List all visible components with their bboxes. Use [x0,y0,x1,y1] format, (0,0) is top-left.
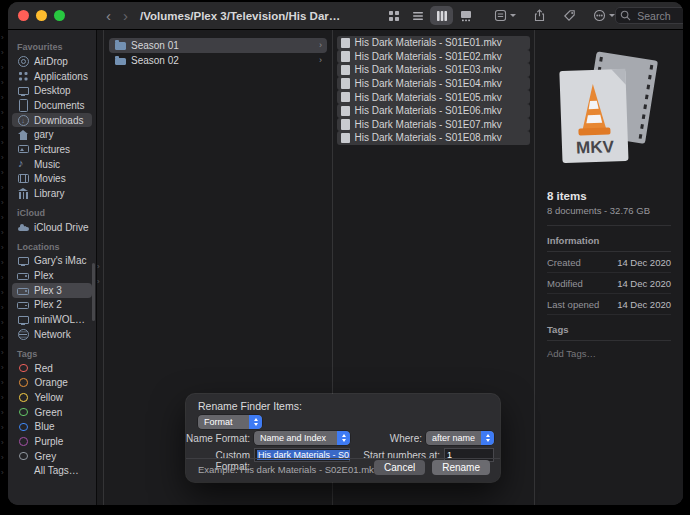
sidebar-item-tag-purple[interactable]: Purple [12,434,92,449]
view-switcher [382,6,477,25]
library-icon [17,188,29,200]
sidebar-item-downloads[interactable]: Downloads [12,113,92,128]
info-label: Last opened [547,299,599,310]
sidebar-item-network[interactable]: Network [12,327,92,342]
sidebar-item-icloud-drive[interactable]: iCloud Drive [12,220,92,235]
cancel-button[interactable]: Cancel [374,460,425,475]
group-button[interactable] [494,9,516,22]
sidebar-item-plex[interactable]: Plex [12,268,92,283]
sidebar-item-label: Desktop [34,85,71,96]
sidebar-item-label: iCloud Drive [34,222,88,233]
name-format-popup[interactable]: Name and Index [254,431,350,445]
sidebar-item-label: Library [34,188,65,199]
folder-row-season-01[interactable]: Season 01 › [109,38,327,53]
disk-icon [17,284,29,296]
sidebar-item-tag-yellow[interactable]: Yellow [12,390,92,405]
add-tags-field[interactable]: Add Tags… [547,348,671,359]
popup-chevrons-icon [481,431,494,445]
imac-icon [17,255,29,267]
sidebar-item-library[interactable]: Library [12,186,92,201]
sidebar-item-tag-green[interactable]: Green [12,405,92,420]
sidebar-item-label: Blue [35,421,55,432]
backdrop-chevrons [1,34,8,476]
sidebar-item-tag-grey[interactable]: Grey [12,449,92,464]
list-view-button[interactable] [406,6,429,25]
rename-button[interactable]: Rename [432,460,490,475]
sidebar-item-label: Plex 3 [34,285,62,296]
share-icon [533,9,546,22]
disk-icon [17,299,29,311]
sidebar-item-documents[interactable]: Documents [12,98,92,113]
sidebar-item-label: Purple [35,436,64,447]
minimize-button[interactable] [36,10,47,21]
format-popup[interactable]: Format [198,415,262,429]
folder-name: Season 02 [131,55,179,66]
sidebar-item-gary[interactable]: gary [12,127,92,142]
sidebar-item-label: Pictures [34,144,70,155]
network-icon [17,328,29,340]
info-label: Modified [547,278,583,289]
file-name: His Dark Materials - S01E04.mkv [355,78,502,89]
sidebar-item-plex-3[interactable]: Plex 3 [12,283,92,298]
file-row[interactable]: His Dark Materials - S01E07.mkv [337,118,530,132]
where-popup[interactable]: after name [426,431,494,445]
sidebar-item-applications[interactable]: Applications [12,69,92,84]
sidebar-item-pictures[interactable]: Pictures [12,142,92,157]
zoom-button[interactable] [54,10,65,21]
sidebar-item-miniwol[interactable]: miniWOL… [12,312,92,327]
sidebar: Favourites AirDrop Applications Desktop … [8,30,97,505]
sidebar-item-airdrop[interactable]: AirDrop [12,54,92,69]
back-button[interactable]: ‹ [106,8,111,23]
file-row[interactable]: His Dark Materials - S01E03.mkv [337,63,530,77]
sidebar-item-all-tags[interactable]: All Tags… [12,464,92,479]
sidebar-item-tag-blue[interactable]: Blue [12,419,92,434]
tag-dot-icon [19,408,28,417]
sidebar-section-tags: Tags [17,349,96,359]
file-icon [341,65,350,76]
search-input[interactable] [635,9,683,23]
tag-dot-icon [19,393,28,402]
tag-dot-icon [19,378,28,387]
sidebar-item-desktop[interactable]: Desktop [12,83,92,98]
grid-view-icon [388,10,400,22]
sidebar-item-music[interactable]: Music [12,157,92,172]
file-row[interactable]: His Dark Materials - S01E01.mkv [337,36,530,50]
tags-button[interactable] [563,9,576,22]
file-row[interactable]: His Dark Materials - S01E04.mkv [337,77,530,91]
info-label: Created [547,257,581,268]
sidebar-item-garys-imac[interactable]: Gary's iMac [12,254,92,269]
home-icon [17,129,29,141]
sidebar-item-movies[interactable]: Movies [12,172,92,187]
sidebar-item-tag-red[interactable]: Red [12,361,92,376]
tag-dot-icon [19,364,28,373]
forward-button[interactable]: › [123,8,128,23]
sidebar-scrollbar[interactable] [92,263,95,321]
screen: ‹ › /Volumes/Plex 3/Television/His Dar… [0,0,690,515]
display-icon [17,314,29,326]
window-title: /Volumes/Plex 3/Television/His Dar… [140,10,340,22]
sidebar-item-label: Plex 2 [34,299,62,310]
sidebar-section-locations: Locations [17,242,96,252]
sidebar-item-label: Movies [34,173,66,184]
dialog-buttons: Cancel Rename [374,460,490,475]
search-field[interactable] [615,7,683,24]
share-button[interactable] [533,9,546,22]
file-row[interactable]: His Dark Materials - S01E05.mkv [337,90,530,104]
file-icon [341,106,350,117]
file-row[interactable]: His Dark Materials - S01E08.mkv [337,131,530,145]
column-view-button[interactable] [430,6,453,25]
folder-row-season-02[interactable]: Season 02 › [109,54,327,69]
gallery-view-button[interactable] [454,6,477,25]
file-row[interactable]: His Dark Materials - S01E02.mkv [337,50,530,64]
file-icon [341,38,350,49]
applications-icon [17,70,29,82]
sidebar-item-plex-2[interactable]: Plex 2 [12,298,92,313]
chevron-right-icon: › [97,262,100,271]
file-row[interactable]: His Dark Materials - S01E06.mkv [337,104,530,118]
sidebar-item-label: gary [34,129,53,140]
sidebar-item-tag-orange[interactable]: Orange [12,375,92,390]
actions-button[interactable] [593,9,615,22]
sidebar-section-icloud: iCloud [17,208,96,218]
icon-view-button[interactable] [382,6,405,25]
close-button[interactable] [18,10,29,21]
